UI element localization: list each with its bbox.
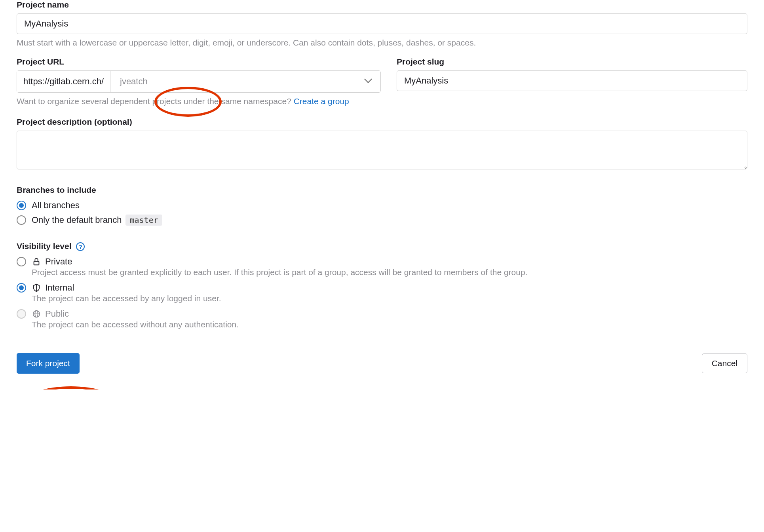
- radio-public: [17, 309, 26, 319]
- namespace-select[interactable]: jveatch: [110, 71, 380, 92]
- visibility-private-desc: Project access must be granted explicitl…: [32, 268, 747, 277]
- radio-default-branch[interactable]: [17, 215, 26, 225]
- project-url-label: Project URL: [17, 57, 381, 66]
- project-name-hint: Must start with a lowercase or uppercase…: [17, 38, 747, 48]
- lock-icon: [32, 257, 41, 266]
- project-name-label: Project name: [17, 0, 747, 10]
- namespace-hint: Want to organize several dependent proje…: [17, 97, 747, 106]
- radio-all-branches-label: All branches: [32, 200, 80, 211]
- chevron-down-icon: [365, 78, 372, 85]
- radio-internal[interactable]: [17, 283, 26, 293]
- radio-default-branch-label: Only the default branch: [32, 215, 122, 225]
- visibility-internal-label: Internal: [45, 283, 74, 293]
- fork-project-button[interactable]: Fork project: [17, 353, 80, 374]
- branches-option-all[interactable]: All branches: [17, 200, 747, 211]
- default-branch-tag: master: [125, 215, 162, 226]
- create-group-link[interactable]: Create a group: [294, 97, 349, 106]
- visibility-option-internal[interactable]: Internal The project can be accessed by …: [17, 283, 747, 303]
- project-name-input[interactable]: [17, 13, 747, 34]
- project-description-input[interactable]: [17, 131, 747, 169]
- svg-rect-0: [34, 262, 39, 265]
- shield-icon: [32, 283, 41, 293]
- help-icon[interactable]: ?: [76, 242, 85, 251]
- cancel-button[interactable]: Cancel: [702, 353, 747, 373]
- visibility-private-label: Private: [45, 256, 72, 267]
- visibility-public-label: Public: [45, 309, 69, 319]
- project-slug-label: Project slug: [397, 57, 747, 66]
- visibility-option-public: Public The project can be accessed witho…: [17, 309, 747, 329]
- radio-all-branches[interactable]: [17, 201, 26, 210]
- visibility-option-private[interactable]: Private Project access must be granted e…: [17, 256, 747, 277]
- namespace-selected-value: jveatch: [120, 76, 148, 87]
- project-description-label: Project description (optional): [17, 117, 747, 127]
- visibility-public-desc: The project can be accessed without any …: [32, 320, 747, 329]
- radio-private[interactable]: [17, 257, 26, 266]
- visibility-internal-desc: The project can be accessed by any logge…: [32, 294, 747, 303]
- project-url-base: https://gitlab.cern.ch/: [17, 71, 110, 92]
- visibility-label: Visibility level ?: [17, 241, 747, 251]
- branches-option-default[interactable]: Only the default branch master: [17, 215, 747, 226]
- globe-icon: [32, 309, 41, 319]
- project-url-wrapper: https://gitlab.cern.ch/ jveatch: [17, 70, 381, 93]
- project-slug-input[interactable]: [397, 70, 747, 91]
- branches-label: Branches to include: [17, 185, 747, 195]
